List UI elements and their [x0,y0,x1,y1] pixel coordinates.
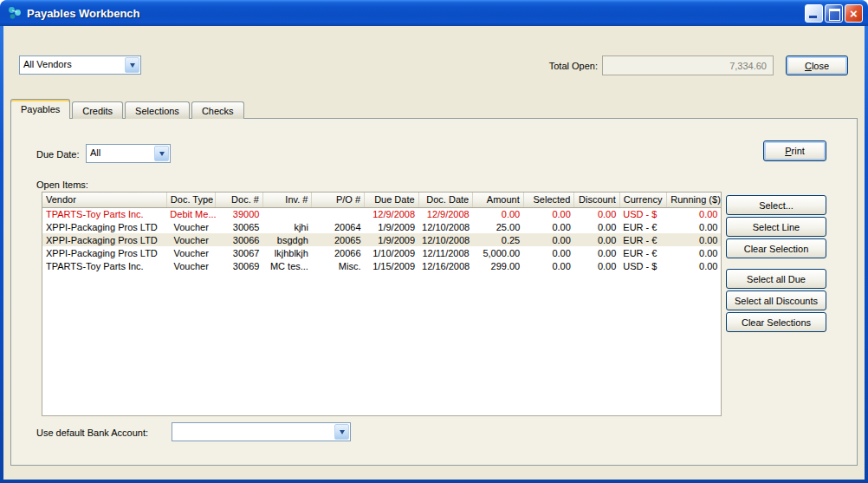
table-row[interactable]: TPARTS-Toy Parts Inc.Debit Me...3900012/… [42,207,722,220]
column-header[interactable]: Amount [473,193,524,207]
column-header[interactable]: Doc. Type [166,193,216,207]
bank-account-select[interactable] [172,422,351,441]
open-items-label: Open Items: [36,179,88,190]
minimize-button[interactable] [805,4,823,23]
print-button[interactable]: Print [763,140,826,161]
table-cell[interactable]: 20066 [312,246,365,259]
table-cell[interactable]: 0.00 [523,259,574,272]
select-all-due-button[interactable]: Select all Due [726,269,826,289]
table-row[interactable]: TPARTS-Toy Parts Inc.Voucher30069MC tes.… [42,259,722,272]
table-cell[interactable]: 12/11/2008 [418,246,473,259]
table-cell[interactable]: bsgdgh [262,233,312,246]
table-cell[interactable]: 1/10/2009 [365,246,419,259]
table-cell[interactable]: 30065 [216,220,263,233]
column-header[interactable]: Discount [574,193,620,207]
chevron-down-icon[interactable] [125,57,139,73]
table-cell[interactable]: EUR - € [619,220,667,233]
table-cell[interactable]: 0.00 [523,246,574,259]
tab-credits[interactable]: Credits [72,101,123,119]
table-cell[interactable]: 0.25 [473,233,524,246]
column-header[interactable]: Due Date [365,193,419,207]
due-date-select[interactable]: All [86,144,171,163]
table-cell[interactable]: 12/10/2008 [418,220,473,233]
table-cell[interactable]: lkjhblkjh [262,246,312,259]
table-cell[interactable]: 0.00 [574,246,620,259]
table-row[interactable]: XPPI-Packaging Pros LTDVoucher30065kjhi2… [42,220,722,233]
table-cell[interactable]: 30066 [216,233,263,246]
column-header[interactable]: Selected [523,193,574,207]
table-cell[interactable]: Debit Me... [166,207,216,220]
select-all-discounts-button[interactable]: Select all Discounts [726,290,826,310]
select-button[interactable]: Select... [726,195,826,215]
table-cell[interactable]: 0.00 [667,233,722,246]
table-cell[interactable]: 1/15/2009 [365,259,419,272]
table-cell[interactable]: XPPI-Packaging Pros LTD [42,246,166,259]
table-cell[interactable]: Voucher [166,220,216,233]
table-cell[interactable]: 12/9/2008 [365,207,419,220]
column-header[interactable]: P/O # [312,193,365,207]
column-header[interactable]: Doc. # [216,193,263,207]
table-cell[interactable]: 0.00 [667,259,722,272]
table-cell[interactable]: 1/9/2009 [365,220,419,233]
table-cell[interactable]: Voucher [166,246,216,259]
table-cell[interactable]: kjhi [262,220,312,233]
table-cell[interactable]: 0.00 [473,207,524,220]
table-row[interactable]: XPPI-Packaging Pros LTDVoucher30066bsgdg… [42,233,722,246]
tab-selections[interactable]: Selections [125,101,190,119]
table-cell[interactable]: 0.00 [574,207,620,220]
close-window-button[interactable]: × [845,4,863,23]
table-cell[interactable]: 0.00 [574,233,620,246]
table-cell[interactable]: 20065 [312,233,365,246]
table-row[interactable]: XPPI-Packaging Pros LTDVoucher30067lkjhb… [42,246,722,259]
column-header[interactable]: Doc. Date [418,193,473,207]
table-cell[interactable]: 0.00 [667,246,722,259]
column-header[interactable]: Vendor [42,193,166,207]
open-items-table[interactable]: VendorDoc. TypeDoc. #Inv. #P/O #Due Date… [42,192,722,416]
table-cell[interactable]: 1/9/2009 [365,233,419,246]
table-cell[interactable]: 0.00 [574,259,620,272]
table-cell[interactable]: 12/16/2008 [418,259,473,272]
column-header[interactable]: Currency [619,193,667,207]
table-cell[interactable]: TPARTS-Toy Parts Inc. [42,259,166,272]
table-cell[interactable]: TPARTS-Toy Parts Inc. [42,207,166,220]
table-cell[interactable]: EUR - € [619,233,667,246]
column-header[interactable]: Inv. # [262,193,312,207]
chevron-down-icon[interactable] [334,424,349,440]
table-cell[interactable]: Voucher [166,233,216,246]
column-header[interactable]: Running ($) [667,193,722,207]
table-cell[interactable]: 0.00 [523,207,574,220]
table-cell[interactable]: Misc. [312,259,365,272]
table-cell[interactable]: XPPI-Packaging Pros LTD [42,233,166,246]
clear-selections-button[interactable]: Clear Selections [726,312,826,332]
table-cell[interactable]: XPPI-Packaging Pros LTD [42,220,166,233]
table-cell[interactable]: 299.00 [473,259,524,272]
table-cell[interactable]: 12/9/2008 [418,207,473,220]
table-cell[interactable]: Voucher [166,259,216,272]
table-cell[interactable]: 30069 [216,259,263,272]
table-cell[interactable]: 25.00 [473,220,524,233]
table-cell[interactable]: 30067 [216,246,263,259]
table-cell[interactable]: 0.00 [574,220,620,233]
table-cell[interactable]: 12/10/2008 [418,233,473,246]
table-cell[interactable]: 0.00 [667,207,722,220]
tab-payables[interactable]: Payables [10,99,70,119]
table-cell[interactable]: 5,000.00 [473,246,524,259]
table-cell[interactable] [312,207,365,220]
tab-checks[interactable]: Checks [191,101,244,119]
table-cell[interactable]: 20064 [312,220,365,233]
select-line-button[interactable]: Select Line [726,217,826,237]
table-cell[interactable] [262,207,312,220]
table-cell[interactable]: 0.00 [667,220,722,233]
table-cell[interactable]: 0.00 [523,220,574,233]
table-cell[interactable]: 0.00 [523,233,574,246]
table-cell[interactable]: EUR - € [619,246,667,259]
vendor-filter-select[interactable]: All Vendors [19,55,141,75]
chevron-down-icon[interactable] [154,146,169,161]
table-cell[interactable]: MC tes... [262,259,312,272]
table-cell[interactable]: 39000 [216,207,263,220]
table-cell[interactable]: USD - $ [619,207,667,220]
clear-selection-button[interactable]: Clear Selection [726,238,826,258]
close-button[interactable]: Close [786,55,848,75]
table-cell[interactable]: USD - $ [619,259,667,272]
maximize-button[interactable] [825,4,843,23]
